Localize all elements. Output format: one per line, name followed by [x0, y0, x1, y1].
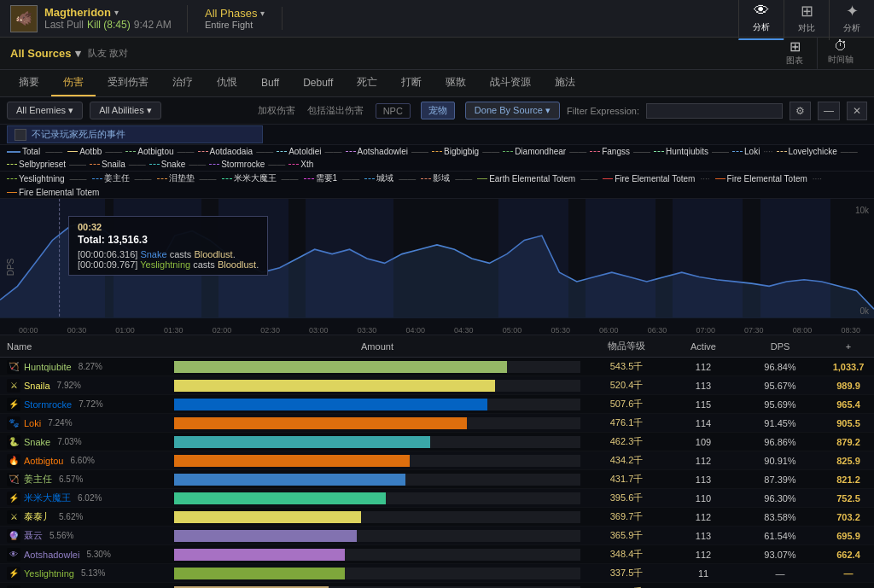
player-name[interactable]: 姜主任: [24, 473, 52, 486]
tab-resources[interactable]: 战斗资源: [478, 70, 543, 96]
pets-filter-btn[interactable]: 宠物: [421, 102, 455, 119]
table-row[interactable]: ⚡ Stormrocke 7.72% 507.6千 115 95.69% 965…: [0, 395, 874, 414]
filter-settings-btn[interactable]: ⚙: [790, 102, 811, 120]
chart-dps-label: DPS: [6, 258, 15, 276]
legend-fire-totem2[interactable]: Fire Elemental Totem: [715, 174, 807, 183]
th-name[interactable]: Name: [0, 341, 171, 352]
player-bar-cell: [171, 530, 584, 542]
overheal-btn[interactable]: 包括溢出伤害: [307, 104, 364, 117]
header-analyze2-btn[interactable]: ✦ 分析: [829, 0, 874, 40]
legend-yingyu[interactable]: 影域: [421, 172, 450, 184]
tab-debuff[interactable]: Debuff: [291, 72, 345, 96]
legend-chengyu[interactable]: 城域: [364, 172, 393, 184]
npc-filter-btn[interactable]: NPC: [376, 103, 411, 119]
legend-fire-totem1[interactable]: Fire Elemental Totem: [603, 174, 695, 183]
player-name-cell: 🐍 Snake 7.03%: [0, 435, 171, 449]
player-name[interactable]: 泰泰丿: [24, 510, 52, 523]
event-bar: 不记录玩家死后的事件: [0, 125, 874, 145]
player-name[interactable]: Aotshadowlei: [24, 550, 79, 560]
tab-interrupt[interactable]: 打断: [389, 70, 434, 96]
legend-fangss[interactable]: Fangss: [590, 147, 630, 156]
player-icon: 🐾: [7, 416, 20, 430]
filter-close-btn[interactable]: ✕: [847, 102, 867, 120]
table-row[interactable]: 👁 Aotshadowlei 5.30% 348.4千 112 93.07% 6…: [0, 545, 874, 564]
timeline-view-btn[interactable]: ⏱ 时间轴: [817, 37, 864, 70]
tab-dispel[interactable]: 驱散: [434, 70, 478, 96]
table-row[interactable]: ⚔ 泰泰丿 5.62% 369.7千 112 83.58% 703.2: [0, 508, 874, 527]
player-name[interactable]: 米米大魔王: [24, 492, 71, 504]
legend-jiangren[interactable]: 姜主任: [92, 172, 130, 184]
th-amount[interactable]: Amount: [171, 341, 584, 352]
legend-mimidamowang[interactable]: 米米大魔王: [222, 172, 277, 184]
tab-cast[interactable]: 施法: [543, 70, 587, 96]
tab-buff[interactable]: Buff: [249, 72, 291, 96]
legend-total[interactable]: Total: [7, 147, 40, 156]
legend-diamondhear[interactable]: Diamondhear: [503, 147, 566, 156]
legend-selbyprieset[interactable]: Selbyprieset: [7, 160, 66, 169]
player-name[interactable]: Loki: [24, 418, 41, 428]
header-analyze-btn[interactable]: 👁 分析: [738, 0, 784, 40]
player-active: 87.39%: [737, 474, 823, 485]
tab-damage[interactable]: 伤害: [51, 70, 96, 96]
filter-minimize-btn[interactable]: —: [818, 102, 840, 120]
legend-aotshadowlei[interactable]: Aotshadowlei: [346, 147, 408, 156]
legend-stormrocke[interactable]: Stormrocke: [209, 160, 265, 169]
player-amount: 365.9千: [584, 529, 669, 542]
char-name-row[interactable]: Magtheridon ▾: [44, 6, 172, 19]
player-name[interactable]: 聂云: [24, 529, 43, 542]
player-name[interactable]: Huntqiubite: [24, 362, 72, 372]
th-ilvl[interactable]: 物品等级: [584, 340, 669, 352]
player-name[interactable]: Aotbigtou: [24, 456, 63, 466]
legend-aotdaodaia[interactable]: Aotdaodaia: [198, 147, 253, 156]
table-row[interactable]: 🔮 聂云 5.56% 365.9千 113 61.54% 695.9: [0, 527, 874, 545]
legend-leidian[interactable]: 泪垫垫: [157, 172, 195, 184]
table-row[interactable]: ⚡ Yeslightning 5.13% 337.5千 11 — —: [0, 564, 874, 583]
legend-fire-totem3[interactable]: Fire Elemental Totem: [7, 188, 99, 197]
legend-loki[interactable]: Loki: [732, 147, 760, 156]
event-checkbox[interactable]: [15, 129, 26, 141]
legend-aotbb[interactable]: Aotbb: [67, 147, 102, 156]
table-row[interactable]: 🔥 Aotbigtou 6.60% 434.2千 112 90.91% 825.…: [0, 451, 874, 470]
table-row[interactable]: 🐾 Loki 7.24% 476.1千 114 91.45% 905.5: [0, 414, 874, 433]
player-name[interactable]: Stormrocke: [24, 399, 72, 410]
legend-huntqiubits[interactable]: Huntqiubits: [654, 147, 708, 156]
enemies-filter-btn[interactable]: All Enemies ▾: [7, 102, 83, 119]
table-row[interactable]: ⚡ 米米大魔王 6.02% 395.6千 110 96.30% 752.5: [0, 489, 874, 508]
th-dps[interactable]: DPS: [737, 341, 823, 352]
weighted-dmg-btn[interactable]: 加权伤害: [258, 104, 295, 117]
tab-damage-taken[interactable]: 受到伤害: [96, 70, 160, 96]
player-name[interactable]: Snake: [24, 437, 50, 447]
legend-aotbigtou[interactable]: Aotbigtou: [125, 147, 173, 156]
tab-summary[interactable]: 摘要: [7, 70, 51, 96]
legend-aotoldiei[interactable]: Aotoldiei: [277, 147, 321, 156]
abilities-filter-btn[interactable]: All Abilities ▾: [90, 102, 161, 119]
legend-earth-totem[interactable]: Earth Elemental Totem: [477, 174, 575, 183]
legend-xuyao[interactable]: 需要1: [304, 172, 338, 184]
chart-view-btn[interactable]: ⊞ 图表: [776, 37, 813, 70]
player-name[interactable]: Yeslightning: [24, 568, 74, 579]
filter-expression-input[interactable]: [646, 103, 783, 119]
table-row[interactable]: 🏹 姜主任 6.57% 431.7千 113 87.39% 821.2: [0, 470, 874, 489]
done-source-btn[interactable]: Done By Source ▾: [465, 102, 560, 119]
th-active[interactable]: Active: [669, 341, 737, 352]
legend-lovelychicke[interactable]: Lovelychicke: [777, 147, 837, 156]
table-row[interactable]: 🐾 Lovelychicke 4.92% 323.7千 11 — —: [0, 583, 874, 588]
player-name[interactable]: Snaila: [24, 381, 50, 391]
legend-snake[interactable]: Snake: [149, 160, 185, 169]
legend-xth[interactable]: Xth: [288, 160, 313, 169]
header-compare-btn[interactable]: ⊞ 对比: [784, 0, 829, 40]
player-icon: 🔥: [7, 454, 20, 468]
tab-threat[interactable]: 仇恨: [205, 70, 249, 96]
tab-healing[interactable]: 治疗: [160, 70, 205, 96]
player-dps: 695.9: [823, 531, 874, 541]
table-row[interactable]: 🐍 Snake 7.03% 462.3千 109 96.86% 879.2: [0, 433, 874, 451]
legend-bigbigbig[interactable]: Bigbigbig: [432, 147, 479, 156]
source-dropdown-btn[interactable]: All Sources ▾: [10, 47, 81, 60]
legend-snaila[interactable]: Snaila: [90, 160, 125, 169]
legend-yeslightning[interactable]: Yeslightning: [7, 174, 65, 183]
player-pct: 6.57%: [59, 474, 93, 484]
tab-death[interactable]: 死亡: [345, 70, 389, 96]
table-row[interactable]: 🏹 Huntqiubite 8.27% 543.5千 112 96.84% 1,…: [0, 358, 874, 376]
phase-info[interactable]: All Phases ▾ Entire Fight: [188, 7, 283, 30]
table-row[interactable]: ⚔ Snaila 7.92% 520.4千 113 95.67% 989.9: [0, 376, 874, 395]
